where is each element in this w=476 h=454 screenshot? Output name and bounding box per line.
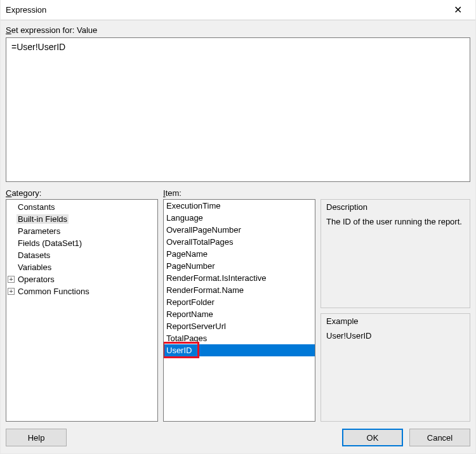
list-item[interactable]: ReportServerUrl [164,320,315,332]
example-box: Example User!UserID [321,313,470,422]
titlebar: Expression ✕ [1,0,475,20]
category-item-label: Operators [17,275,56,284]
list-item[interactable]: RenderFormat.Name [164,284,315,296]
list-item[interactable]: ExecutionTime [164,200,315,212]
description-text: The ID of the user running the report. [326,217,465,226]
list-item[interactable]: PageName [164,248,315,260]
list-item[interactable]: ReportName [164,308,315,320]
list-item[interactable]: RenderFormat.IsInteractive [164,272,315,284]
category-label: Category: [6,188,158,199]
category-item[interactable]: +Common Functions [6,285,157,297]
item-label: Item: [163,188,315,199]
category-item[interactable]: Parameters [6,225,157,237]
item-column: Item: ExecutionTimeLanguageOverallPageNu… [163,188,315,422]
dialog-body: Set expression for: Value Category: Cons… [1,20,475,453]
category-item-label: Built-in Fields [17,214,69,224]
cancel-button[interactable]: Cancel [409,429,470,446]
ok-button[interactable]: OK [342,429,403,446]
expand-icon[interactable]: + [8,276,15,283]
category-item[interactable]: Constants [6,201,157,213]
category-tree[interactable]: ConstantsBuilt-in FieldsParametersFields… [6,199,158,422]
list-item[interactable]: PageNumber [164,260,315,272]
category-item-label: Common Functions [17,287,91,296]
list-item[interactable]: OverallTotalPages [164,236,315,248]
set-expression-for-label: Set expression for: Value [6,23,470,37]
picker-area: Category: ConstantsBuilt-in FieldsParame… [6,188,470,422]
info-column: Description The ID of the user running t… [321,188,470,422]
example-text: User!UserID [326,331,465,340]
description-title: Description [326,202,367,212]
list-item[interactable]: ReportFolder [164,296,315,308]
category-item-label: Fields (DataSet1) [17,238,83,248]
list-item[interactable]: TotalPages [164,332,315,344]
expression-dialog: Expression ✕ Set expression for: Value C… [0,0,476,454]
item-listbox[interactable]: ExecutionTimeLanguageOverallPageNumberOv… [163,199,315,422]
description-box: Description The ID of the user running t… [321,199,470,308]
category-item-label: Datasets [17,250,51,260]
window-title: Expression [6,5,445,15]
list-item[interactable]: Language [164,212,315,224]
category-item[interactable]: Built-in Fields [6,213,157,225]
close-icon[interactable]: ✕ [445,5,470,15]
category-item[interactable]: Fields (DataSet1) [6,237,157,249]
category-item-label: Parameters [17,226,62,236]
list-item[interactable]: UserID [164,344,315,356]
list-item[interactable]: OverallPageNumber [164,224,315,236]
category-item-label: Constants [17,202,56,212]
category-item[interactable]: Variables [6,261,157,273]
category-item-label: Variables [17,263,53,272]
dialog-footer: Help OK Cancel [6,422,470,450]
expand-icon[interactable]: + [8,288,15,295]
category-item[interactable]: +Operators [6,273,157,285]
example-title: Example [326,316,359,326]
category-column: Category: ConstantsBuilt-in FieldsParame… [6,188,158,422]
category-item[interactable]: Datasets [6,249,157,261]
expression-textarea[interactable] [6,37,470,182]
help-button[interactable]: Help [6,429,67,446]
